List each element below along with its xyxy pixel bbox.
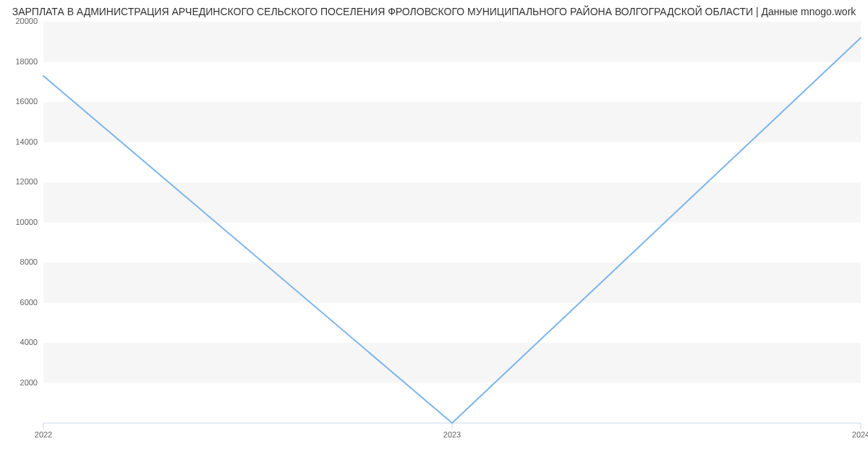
x-tick-label: 2023 — [443, 430, 461, 439]
svg-rect-4 — [43, 22, 861, 62]
svg-rect-3 — [43, 102, 861, 142]
x-tick-label: 2024 — [852, 430, 868, 439]
y-tick-label: 6000 — [9, 298, 38, 307]
svg-rect-1 — [43, 262, 861, 303]
y-tick-label: 16000 — [9, 97, 38, 106]
x-tick-label: 2022 — [35, 430, 52, 439]
svg-rect-2 — [43, 182, 861, 223]
chart-container: ЗАРПЛАТА В АДМИНИСТРАЦИЯ АРЧЕДИНСКОГО СЕ… — [0, 0, 868, 470]
svg-rect-0 — [43, 343, 861, 383]
chart-plot — [0, 0, 868, 470]
y-tick-label: 14000 — [9, 137, 38, 146]
y-tick-label: 4000 — [9, 338, 38, 346]
y-tick-label: 20000 — [9, 17, 38, 25]
y-tick-label: 8000 — [9, 257, 38, 266]
y-tick-label: 10000 — [9, 218, 38, 226]
y-tick-label: 12000 — [9, 177, 38, 186]
y-tick-label: 2000 — [9, 378, 38, 387]
y-tick-label: 18000 — [9, 57, 38, 66]
